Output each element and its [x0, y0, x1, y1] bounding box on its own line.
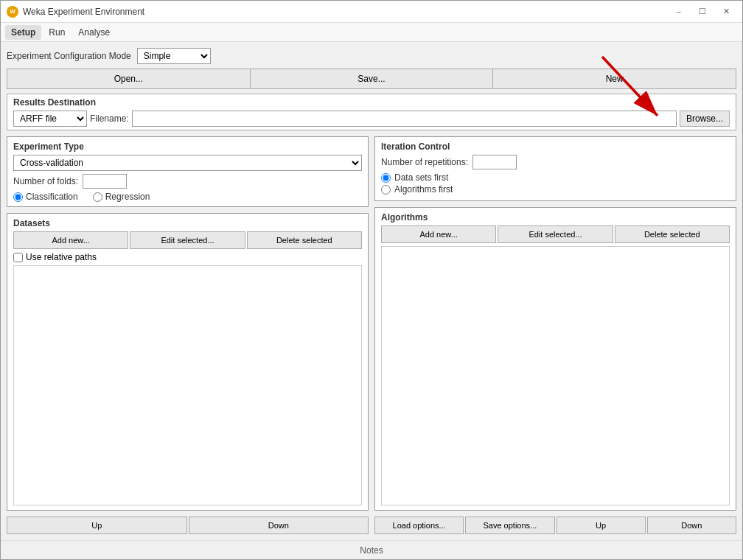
filename-input[interactable]: [132, 111, 677, 127]
iter-row: Number of repetitions:: [381, 155, 730, 169]
regression-radio[interactable]: [93, 192, 102, 202]
window-title: Weka Experiment Environment: [23, 7, 144, 17]
datasets-delete-button[interactable]: Delete selected: [247, 231, 362, 249]
window-controls: − ☐ ✕: [669, 4, 736, 20]
algorithms-add-new-button[interactable]: Add new...: [381, 225, 496, 243]
algorithms-edit-button[interactable]: Edit selected...: [498, 225, 613, 243]
minimize-button[interactable]: −: [669, 4, 689, 20]
experiment-type-title: Experiment Type: [13, 141, 362, 152]
data-sets-first-label: Data sets first: [394, 172, 448, 183]
filename-label: Filename:: [90, 113, 129, 124]
load-options-button[interactable]: Load options...: [374, 517, 464, 534]
experiment-type-box: Experiment Type Cross-validation Train/T…: [7, 136, 369, 207]
algorithms-title: Algorithms: [381, 212, 730, 223]
folds-row: Number of folds:: [13, 174, 362, 189]
main-window: W Weka Experiment Environment − ☐ ✕ Setu…: [0, 0, 743, 560]
datasets-list: [13, 265, 362, 505]
algorithms-down-button[interactable]: Down: [647, 517, 736, 534]
left-panel: Experiment Type Cross-validation Train/T…: [7, 136, 369, 534]
classification-radio[interactable]: [13, 192, 23, 202]
algorithms-add-edit-row: Add new... Edit selected... Delete selec…: [381, 225, 730, 243]
right-panel: Iteration Control Number of repetitions:…: [374, 136, 736, 534]
algorithms-first-option: Algorithms first: [381, 184, 730, 195]
folds-label: Number of folds:: [13, 176, 78, 186]
data-sets-first-option: Data sets first: [381, 172, 730, 183]
results-dest-title: Results Destination: [13, 97, 730, 108]
algorithms-up-button[interactable]: Up: [557, 517, 646, 534]
menu-run[interactable]: Run: [43, 25, 71, 40]
classification-regression-row: Classification Regression: [13, 192, 362, 202]
config-mode-label: Experiment Configuration Mode: [7, 51, 131, 61]
file-buttons-row: Open... Save... New: [7, 69, 736, 89]
algorithms-bottom-row: Load options... Save options... Up Down: [374, 517, 736, 534]
classification-label[interactable]: Classification: [13, 192, 78, 202]
datasets-edit-button[interactable]: Edit selected...: [130, 231, 245, 249]
repetitions-label: Number of repetitions:: [381, 157, 468, 167]
algorithms-list: [381, 246, 730, 505]
repetitions-input[interactable]: [472, 155, 517, 169]
config-mode-select[interactable]: Simple Advanced: [137, 48, 211, 64]
browse-button[interactable]: Browse...: [680, 111, 730, 127]
regression-label[interactable]: Regression: [93, 192, 150, 202]
config-mode-row: Experiment Configuration Mode Simple Adv…: [7, 48, 736, 64]
datasets-title: Datasets: [13, 218, 362, 228]
use-relative-label: Use relative paths: [26, 252, 97, 262]
algorithms-first-radio[interactable]: [381, 185, 391, 195]
algorithms-box: Algorithms Add new... Edit selected... D…: [374, 207, 736, 511]
datasets-add-edit-row: Add new... Edit selected... Delete selec…: [13, 231, 362, 249]
use-relative-checkbox[interactable]: [13, 253, 23, 262]
save-button[interactable]: Save...: [251, 69, 494, 89]
title-bar: W Weka Experiment Environment − ☐ ✕: [1, 1, 742, 23]
close-button[interactable]: ✕: [716, 4, 736, 20]
datasets-down-button[interactable]: Down: [189, 517, 369, 534]
app-icon: W: [7, 6, 18, 18]
notes-label: Notes: [360, 545, 383, 556]
title-bar-left: W Weka Experiment Environment: [7, 6, 144, 18]
panels-row: Experiment Type Cross-validation Train/T…: [7, 136, 736, 534]
experiment-type-select[interactable]: Cross-validation Train/Test Percentage S…: [13, 155, 362, 171]
save-options-button[interactable]: Save options...: [465, 517, 554, 534]
datasets-up-button[interactable]: Up: [7, 517, 187, 534]
algorithms-first-label: Algorithms first: [394, 184, 453, 195]
results-row: ARFF file CSV file JDBC database Filenam…: [13, 111, 730, 127]
algorithms-delete-button[interactable]: Delete selected: [615, 225, 730, 243]
iteration-control-title: Iteration Control: [381, 141, 730, 152]
folds-input[interactable]: [83, 174, 127, 189]
menu-bar: Setup Run Analyse: [1, 23, 742, 42]
status-bar: Notes: [1, 540, 742, 559]
main-content: Experiment Configuration Mode Simple Adv…: [1, 42, 742, 540]
new-button[interactable]: New: [493, 69, 736, 89]
menu-setup[interactable]: Setup: [5, 25, 41, 40]
use-relative-row: Use relative paths: [13, 252, 362, 262]
datasets-box: Datasets Add new... Edit selected... Del…: [7, 213, 369, 511]
menu-analyse[interactable]: Analyse: [72, 25, 116, 40]
open-button[interactable]: Open...: [7, 69, 251, 89]
results-destination-section: Results Destination ARFF file CSV file J…: [7, 94, 736, 130]
datasets-add-new-button[interactable]: Add new...: [13, 231, 128, 249]
iteration-control-box: Iteration Control Number of repetitions:…: [374, 136, 736, 201]
maximize-button[interactable]: ☐: [692, 4, 713, 20]
results-type-select[interactable]: ARFF file CSV file JDBC database: [13, 111, 87, 127]
data-sets-first-radio[interactable]: [381, 173, 391, 183]
datasets-up-down-row: Up Down: [7, 517, 369, 534]
